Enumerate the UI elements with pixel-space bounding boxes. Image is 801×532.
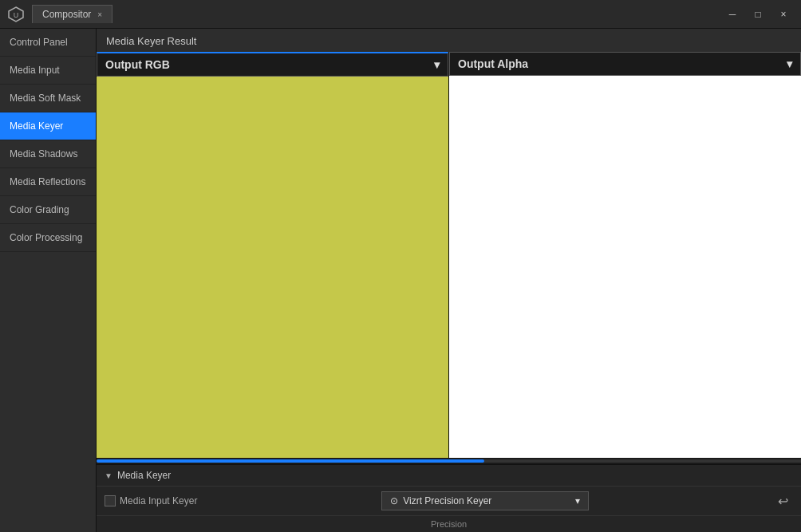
sidebar-item-media-keyer[interactable]: Media Keyer — [0, 112, 96, 140]
sidebar-item-media-soft-mask[interactable]: Media Soft Mask — [0, 85, 96, 112]
precision-label: Precision — [431, 519, 467, 529]
tab-label: Compositor — [42, 9, 91, 20]
maximize-button[interactable]: □ — [747, 6, 769, 23]
precision-bar: Precision — [97, 515, 801, 532]
output-alpha-chevron-icon: ▾ — [787, 57, 792, 70]
bottom-section-header: ▼ Media Keyer — [97, 465, 801, 487]
sidebar: Control Panel Media Input Media Soft Mas… — [0, 29, 97, 532]
svg-text:U: U — [14, 11, 19, 19]
sidebar-item-control-panel[interactable]: Control Panel — [0, 29, 96, 57]
compositor-tab[interactable]: Compositor × — [32, 5, 112, 23]
rgb-canvas-content — [97, 77, 448, 458]
result-header: Media Keyer Result — [97, 29, 801, 52]
media-input-keyer-checkbox-item: Media Input Keyer — [105, 495, 197, 506]
minimize-button[interactable]: ─ — [721, 6, 744, 23]
output-alpha-dropdown[interactable]: Output Alpha ▾ — [449, 52, 801, 76]
keyer-label: Vizrt Precision Keyer — [403, 495, 491, 506]
scrollbar-area[interactable] — [97, 458, 801, 464]
scrollbar-thumb[interactable] — [97, 459, 484, 463]
sidebar-item-color-grading[interactable]: Color Grading — [0, 196, 96, 224]
rgb-canvas — [97, 77, 448, 458]
undo-button[interactable]: ↩ — [773, 492, 793, 510]
keyer-chevron-icon: ▾ — [575, 495, 580, 506]
sidebar-item-media-shadows[interactable]: Media Shadows — [0, 140, 96, 168]
output-rgb-chevron-icon: ▾ — [434, 58, 440, 71]
preview-panel-right: Output Alpha ▾ — [449, 52, 801, 458]
media-input-keyer-checkbox[interactable] — [105, 495, 116, 506]
bottom-row: Media Input Keyer ⊙ Vizrt Precision Keye… — [97, 487, 801, 515]
section-label: Media Keyer — [117, 470, 171, 481]
window-controls: ─ □ × — [721, 6, 795, 23]
app-logo-icon: U — [6, 5, 26, 24]
sidebar-item-media-reflections[interactable]: Media Reflections — [0, 168, 96, 196]
keyer-dropdown-left: ⊙ Vizrt Precision Keyer — [390, 495, 491, 506]
preview-area: Output RGB ▾ Output Alpha ▾ — [97, 52, 801, 458]
tab-close-icon[interactable]: × — [97, 10, 102, 19]
sidebar-item-color-processing[interactable]: Color Processing — [0, 224, 96, 252]
output-rgb-dropdown[interactable]: Output RGB ▾ — [97, 52, 448, 77]
collapse-arrow-icon[interactable]: ▼ — [105, 471, 112, 480]
keyer-dropdown[interactable]: ⊙ Vizrt Precision Keyer ▾ — [381, 491, 589, 510]
output-alpha-label: Output Alpha — [458, 57, 528, 70]
close-button[interactable]: × — [772, 6, 795, 23]
title-bar: U Compositor × ─ □ × — [0, 0, 801, 29]
preview-panel-left: Output RGB ▾ — [97, 52, 448, 458]
keyer-icon: ⊙ — [390, 495, 398, 506]
content-area: Media Keyer Result Output RGB ▾ Output A… — [97, 29, 801, 532]
sidebar-item-media-input[interactable]: Media Input — [0, 57, 96, 85]
output-rgb-label: Output RGB — [105, 58, 170, 71]
alpha-canvas-content — [449, 76, 801, 458]
scrollbar-track — [97, 459, 801, 463]
media-input-keyer-label: Media Input Keyer — [120, 495, 197, 506]
bottom-panel: ▼ Media Keyer Media Input Keyer ⊙ Vizrt … — [97, 464, 801, 532]
main-layout: Control Panel Media Input Media Soft Mas… — [0, 29, 801, 532]
alpha-canvas — [449, 76, 801, 458]
